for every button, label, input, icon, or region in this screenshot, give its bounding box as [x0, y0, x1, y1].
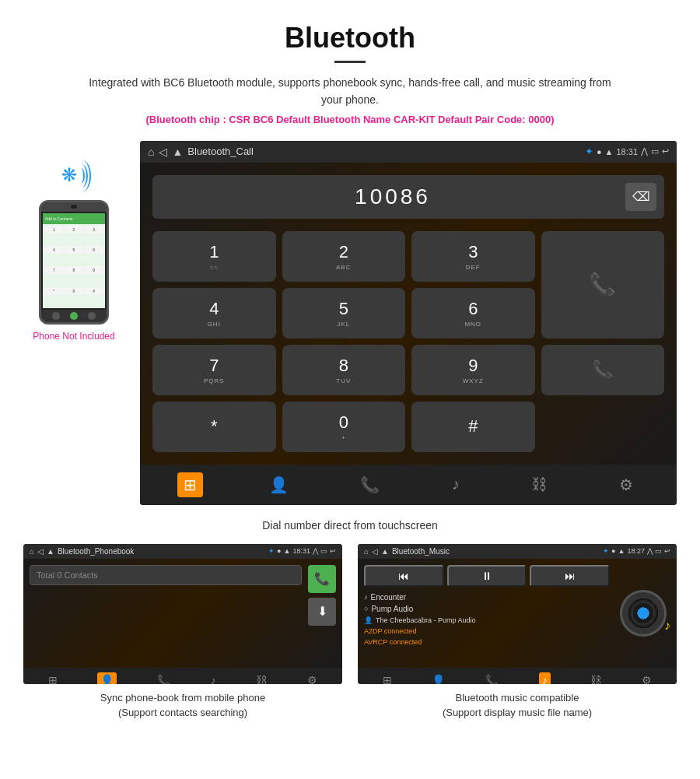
phone-key: 5	[65, 246, 84, 254]
call-button[interactable]: 📞	[541, 231, 665, 339]
key-1[interactable]: 1 ○○	[152, 231, 276, 282]
avrcp-status: AVRCP connected	[364, 638, 610, 646]
key-5[interactable]: 5 JKL	[282, 288, 406, 339]
music-dot: ●	[611, 547, 615, 555]
key-5-sub: JKL	[337, 321, 350, 328]
ms-calls-icon[interactable]: 📞	[485, 674, 499, 684]
phonebook-wifi: ▲	[284, 547, 291, 555]
key-3[interactable]: 3 DEF	[411, 231, 535, 282]
phonebook-bottom-bar: ⊞ 👤 📞 ♪ ⛓ ⚙	[23, 668, 342, 684]
music-description: Bluetooth music compatible(Support displ…	[358, 690, 677, 721]
prev-track-button[interactable]: ⏮	[364, 565, 444, 587]
dial-input-row[interactable]: 10086 ⌫	[152, 175, 664, 219]
ms-music-icon[interactable]: ♪	[539, 672, 551, 684]
music-controls: ⏮ ⏸ ⏭	[364, 565, 610, 587]
phonebook-download-button[interactable]: ⬇	[308, 598, 336, 626]
phonebook-expand: ⋀	[313, 547, 318, 555]
calls-icon[interactable]: 📞	[354, 472, 386, 497]
music-status: ✦ ● ▲ 18:27 ⋀ ▭ ↩	[603, 547, 670, 555]
phonebook-signal-icon: ▲	[47, 547, 54, 556]
ms-contacts-icon[interactable]: 👤	[432, 674, 445, 684]
track-3-name: The Cheebacabra - Pump Audio	[376, 616, 476, 624]
music-icon[interactable]: ♪	[446, 472, 466, 497]
key-hash[interactable]: #	[411, 402, 535, 452]
track-2[interactable]: ○ Pump Audio	[364, 605, 610, 613]
music-body: ⏮ ⏸ ⏭ ♪ Encounter ○ Pump Audio 👤 The	[358, 559, 677, 668]
track-1-icon: ♪	[364, 593, 368, 601]
key-8-main: 8	[339, 356, 348, 376]
phonebook-right-panel: 📞 ⬇	[308, 565, 336, 661]
key-6-sub: MNO	[464, 321, 481, 328]
key-0-main: 0	[339, 412, 348, 433]
music-screen-header: ⌂ ◁ ▲ Bluetooth_Music ✦ ● ▲ 18:27 ⋀ ▭ ↩	[358, 544, 677, 559]
link-icon[interactable]: ⛓	[525, 472, 553, 497]
page-subtitle: Integrated with BC6 Bluetooth module, su…	[86, 74, 614, 109]
next-track-button[interactable]: ⏭	[530, 565, 610, 587]
pb-settings-icon[interactable]: ⚙	[307, 674, 317, 684]
bluetooth-active-icon: ✦	[585, 146, 593, 157]
signal-icon: ▲	[172, 146, 183, 158]
music-time: 18:27	[627, 547, 645, 555]
ms-dialpad-icon[interactable]: ⊞	[383, 674, 392, 684]
phone-screen: Add to Contacts 1 2 3 4 5 6 7 8 9 * 0 #	[43, 213, 105, 308]
dial-section: ❋ Add to Contacts 1 2 3 4 5 6 7	[0, 141, 700, 505]
phonebook-home-icon: ⌂	[30, 547, 34, 556]
phonebook-call-button[interactable]: 📞	[308, 565, 336, 593]
key-1-main: 1	[209, 242, 219, 262]
music-bt-icon: ✦	[603, 547, 609, 555]
phonebook-title: Bluetooth_Phonebook	[58, 547, 265, 556]
phone-key: 9	[84, 266, 103, 274]
contacts-search-bar[interactable]: Total 0 Contacts	[30, 565, 302, 585]
ms-settings-icon[interactable]: ⚙	[642, 674, 652, 684]
music-screen: ⌂ ◁ ▲ Bluetooth_Music ✦ ● ▲ 18:27 ⋀ ▭ ↩ …	[358, 544, 677, 684]
key-9[interactable]: 9 WXYZ	[411, 345, 535, 395]
pb-link-icon[interactable]: ⛓	[256, 674, 267, 684]
key-4[interactable]: 4 GHI	[152, 288, 276, 339]
pb-calls-icon[interactable]: 📞	[157, 674, 170, 684]
pb-dialpad-icon[interactable]: ⊞	[48, 674, 58, 684]
pb-music-icon[interactable]: ♪	[211, 674, 216, 684]
settings-icon[interactable]: ⚙	[613, 472, 639, 497]
play-pause-button[interactable]: ⏸	[447, 565, 527, 587]
bottom-panels: ⌂ ◁ ▲ Bluetooth_Phonebook ✦ ● ▲ 18:31 ⋀ …	[0, 544, 700, 721]
phone-dialpad: 1 2 3 4 5 6 7 8 9 * 0 #	[43, 224, 105, 308]
key-7-sub: PQRS	[204, 377, 225, 384]
phonebook-nav-icon: ◁	[37, 547, 44, 556]
key-2[interactable]: 2 ABC	[282, 231, 406, 282]
dial-input-display: 10086	[160, 175, 625, 219]
phonebook-panel: ⌂ ◁ ▲ Bluetooth_Phonebook ✦ ● ▲ 18:31 ⋀ …	[23, 544, 350, 721]
key-6[interactable]: 6 MNO	[411, 288, 535, 339]
key-0[interactable]: 0 +	[282, 402, 406, 452]
contacts-icon[interactable]: 👤	[263, 472, 295, 497]
phonebook-time: 18:31	[292, 547, 310, 555]
vinyl-bt-icon: ❋	[639, 605, 649, 620]
key-star[interactable]: *	[152, 402, 276, 452]
track-2-icon: ○	[364, 605, 368, 612]
backspace-button[interactable]: ⌫	[625, 183, 656, 211]
music-panel: ⌂ ◁ ▲ Bluetooth_Music ✦ ● ▲ 18:27 ⋀ ▭ ↩ …	[350, 544, 677, 721]
track-3[interactable]: 👤 The Cheebacabra - Pump Audio	[364, 616, 610, 624]
key-4-main: 4	[209, 299, 219, 319]
chip-info: (Bluetooth chip : CSR BC6 Default Blueto…	[31, 114, 669, 125]
phonebook-body: Total 0 Contacts 📞 ⬇	[23, 559, 342, 668]
page-header: Bluetooth Integrated with BC6 Bluetooth …	[0, 0, 700, 141]
pb-contacts-icon[interactable]: 👤	[97, 672, 117, 684]
call-button-2[interactable]: 📞	[541, 345, 665, 395]
dialpad-icon[interactable]: ⊞	[177, 472, 203, 497]
key-7[interactable]: 7 PQRS	[152, 345, 276, 395]
key-8[interactable]: 8 TUV	[282, 345, 406, 395]
vinyl-container: ❋ ♪	[620, 590, 667, 637]
music-window: ▭	[655, 547, 662, 555]
call-icon-2: 📞	[592, 360, 613, 380]
phone-key: 1	[44, 226, 64, 233]
time-display: 18:31	[616, 147, 638, 156]
wifi-icon: ▲	[605, 147, 614, 156]
phone-not-included-label: Phone Not Included	[33, 331, 114, 342]
phone-bottom-bar	[41, 310, 107, 322]
track-1[interactable]: ♪ Encounter	[364, 593, 610, 602]
dial-description: Dial number direct from touchscreen	[0, 513, 700, 544]
phonebook-download-icon: ⬇	[317, 604, 327, 619]
phone-screen-header: Add to Contacts	[43, 213, 105, 224]
ms-link-icon[interactable]: ⛓	[590, 674, 601, 684]
track-3-icon: 👤	[364, 616, 373, 624]
